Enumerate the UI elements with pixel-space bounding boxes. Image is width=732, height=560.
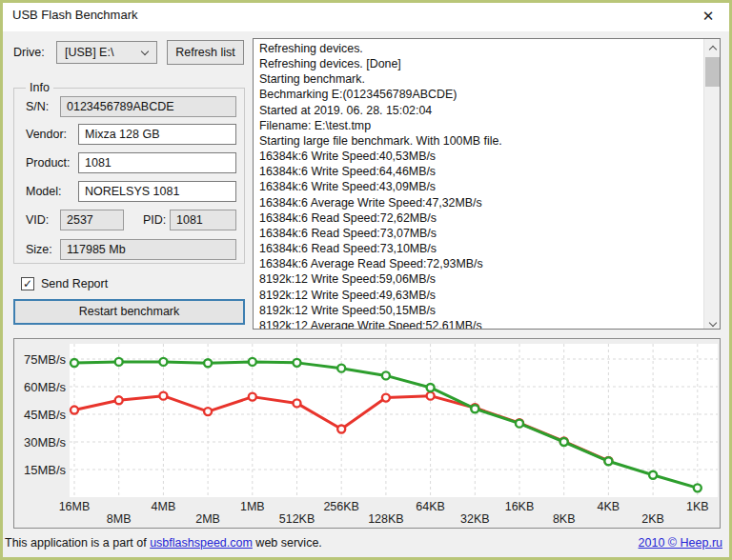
- pid-field: 1081: [170, 210, 236, 230]
- usbflashspeed-link[interactable]: usbflashspeed.com: [150, 536, 253, 550]
- model-label: Model:: [26, 185, 62, 198]
- close-icon[interactable]: ✕: [698, 6, 719, 27]
- svg-text:32KB: 32KB: [460, 512, 490, 526]
- send-report-label[interactable]: Send Report: [41, 277, 108, 290]
- benchmark-chart: 75MB/s60MB/s45MB/s30MB/s15MB/s16MB8MB4MB…: [13, 338, 721, 529]
- vendor-field[interactable]: Mixza 128 GB: [78, 124, 236, 145]
- log-text[interactable]: Refreshing devices. Refreshing devices. …: [259, 41, 701, 329]
- svg-text:512KB: 512KB: [279, 512, 315, 526]
- svg-text:1MB: 1MB: [240, 500, 265, 513]
- footer-text: This application is a part of usbflashsp…: [5, 536, 322, 550]
- size-label: Size:: [26, 243, 52, 256]
- pid-label: PID:: [143, 213, 166, 227]
- drive-select[interactable]: [USB] E:\: [56, 41, 157, 64]
- footer-prefix: This application is a part of: [5, 536, 150, 550]
- svg-text:16MB: 16MB: [59, 500, 91, 513]
- product-label: Product:: [26, 156, 71, 170]
- heep-credit-link[interactable]: 2010 © Heep.ru: [639, 536, 722, 550]
- svg-text:4MB: 4MB: [152, 500, 176, 513]
- info-group-label: Info: [26, 81, 53, 94]
- svg-text:2KB: 2KB: [641, 512, 664, 526]
- client-area: Drive: [USB] E:\ Refresh list Info S/N: …: [0, 31, 732, 560]
- drive-label: Drive:: [13, 46, 45, 59]
- svg-text:15MB/s: 15MB/s: [24, 463, 67, 477]
- chart-canvas: 75MB/s60MB/s45MB/s30MB/s15MB/s16MB8MB4MB…: [14, 339, 720, 528]
- svg-text:4KB: 4KB: [598, 500, 620, 513]
- svg-text:75MB/s: 75MB/s: [24, 352, 67, 367]
- svg-text:16KB: 16KB: [505, 500, 535, 513]
- svg-text:8MB: 8MB: [107, 512, 132, 526]
- vid-label: VID:: [26, 213, 49, 227]
- vid-field: 2537: [60, 210, 124, 230]
- send-report-checkbox[interactable]: ✓: [21, 277, 34, 290]
- footer-suffix: web service.: [253, 536, 322, 550]
- svg-text:2MB: 2MB: [195, 512, 220, 526]
- svg-text:8KB: 8KB: [553, 512, 576, 526]
- drive-selected-value: [USB] E:\: [65, 46, 113, 59]
- scroll-down-icon[interactable]: [704, 312, 721, 329]
- model-field[interactable]: NORELSYS 1081: [78, 181, 236, 202]
- sn-label: S/N:: [26, 100, 49, 113]
- window-title: USB Flash Benchmark: [12, 8, 138, 22]
- svg-text:256KB: 256KB: [323, 500, 359, 513]
- vendor-label: Vendor:: [26, 128, 67, 141]
- chevron-down-icon: [141, 48, 149, 55]
- title-bar: USB Flash Benchmark ✕: [0, 0, 732, 31]
- scrollbar-thumb[interactable]: [705, 57, 720, 87]
- product-field[interactable]: 1081: [78, 152, 236, 173]
- svg-text:1KB: 1KB: [686, 500, 709, 513]
- svg-text:45MB/s: 45MB/s: [24, 408, 67, 422]
- svg-text:128KB: 128KB: [368, 512, 404, 526]
- log-scrollbar[interactable]: [703, 39, 720, 329]
- checkmark-icon: ✓: [23, 277, 32, 290]
- log-panel: Refreshing devices. Refreshing devices. …: [253, 38, 721, 330]
- refresh-list-button[interactable]: Refresh list: [167, 40, 244, 65]
- restart-benchmark-button[interactable]: Restart benchmark: [13, 299, 245, 325]
- svg-text:60MB/s: 60MB/s: [24, 380, 67, 394]
- scroll-up-icon[interactable]: [704, 39, 721, 55]
- sn-field: 0123456789ABCDE: [60, 96, 236, 117]
- size-field: 117985 Mb: [60, 239, 236, 260]
- svg-text:64KB: 64KB: [416, 500, 445, 513]
- svg-text:30MB/s: 30MB/s: [24, 435, 67, 450]
